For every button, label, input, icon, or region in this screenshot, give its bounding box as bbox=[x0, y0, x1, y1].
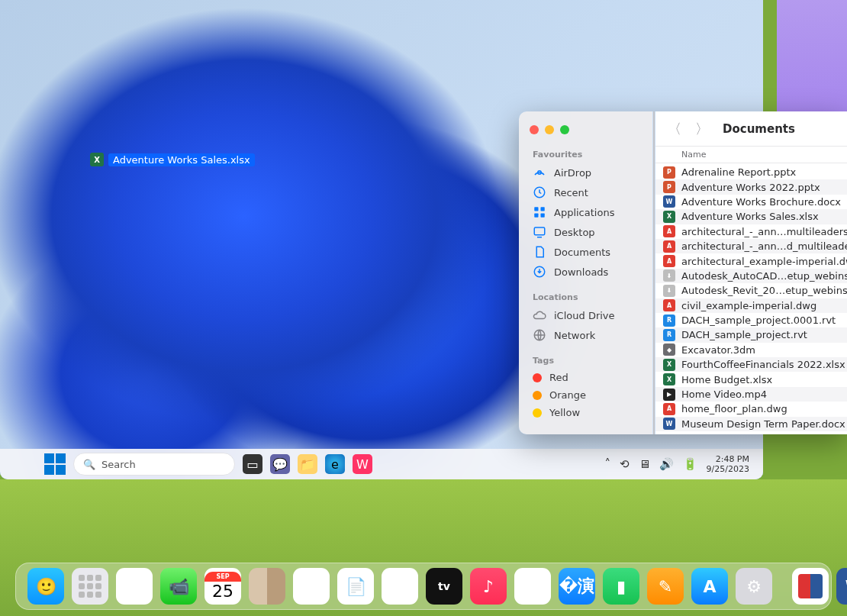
sidebar-tag-yellow[interactable]: Yellow bbox=[519, 404, 652, 421]
sidebar-item-network[interactable]: Network bbox=[519, 325, 652, 345]
sidebar-header-locations: Locations bbox=[519, 288, 652, 305]
file-name: Adventure Works Sales.xlsx bbox=[681, 211, 819, 222]
file-row[interactable]: Aarchitectural_-_ann…multileaders (1 bbox=[655, 224, 847, 239]
dock-app-reminders[interactable]: ☰ bbox=[293, 568, 330, 605]
desktop-file-label: Adventure Works Sales.xlsx bbox=[108, 153, 255, 166]
file-name: Excavator.3dm bbox=[681, 344, 755, 356]
dock-app-pages[interactable]: ✎ bbox=[647, 568, 684, 605]
sidebar-tag-orange[interactable]: Orange bbox=[519, 386, 652, 404]
settings-icon: ⚙ bbox=[746, 577, 762, 596]
file-name: civil_example-imperial.dwg bbox=[681, 300, 816, 311]
freeform-icon: 〰 bbox=[391, 577, 408, 596]
file-explorer-icon[interactable]: 📁 bbox=[298, 454, 317, 474]
sidebar-item-airdrop[interactable]: AirDrop bbox=[519, 163, 652, 182]
file-row[interactable]: WMuseum Design Term Paper.docx bbox=[655, 417, 847, 431]
file-type-icon: ⬇ bbox=[663, 269, 675, 282]
desktop-file-adventure-works-sales[interactable]: X Adventure Works Sales.xlsx bbox=[90, 153, 255, 166]
sidebar-item-downloads[interactable]: Downloads bbox=[519, 262, 652, 282]
file-type-icon: X bbox=[663, 211, 675, 223]
dock-app-finder[interactable]: 🙂 bbox=[27, 568, 64, 605]
file-row[interactable]: ◆Excavator.3dm bbox=[655, 343, 847, 357]
tray-display-icon[interactable]: 🖥 bbox=[639, 457, 650, 471]
dock-app-parallels[interactable] bbox=[792, 568, 829, 605]
dock-app-notes[interactable]: 📄 bbox=[337, 568, 374, 605]
dock-app-launchpad[interactable] bbox=[72, 568, 108, 605]
nav-back-icon[interactable]: 〈 bbox=[668, 120, 681, 138]
wps-icon[interactable]: W bbox=[353, 454, 372, 474]
tray-battery-icon[interactable]: 🔋 bbox=[683, 457, 697, 471]
file-type-icon: A bbox=[663, 403, 675, 415]
dock-app-appstore[interactable]: A bbox=[691, 568, 728, 605]
dock-app-calendar[interactable]: SEP25 bbox=[205, 568, 241, 605]
close-button[interactable] bbox=[530, 125, 539, 134]
zoom-button[interactable] bbox=[560, 125, 569, 134]
sidebar-item-apps[interactable]: Applications bbox=[519, 202, 652, 222]
finder-title: Documents bbox=[723, 122, 795, 136]
tray-sync-icon[interactable]: ⟲ bbox=[620, 457, 630, 471]
file-row[interactable]: RDACH_sample_project.rvt bbox=[655, 327, 847, 342]
dock-app-keynote[interactable]: �演 bbox=[559, 568, 595, 605]
file-list: PAdrenaline Report.pptxPAdventure Works … bbox=[655, 163, 847, 434]
file-row[interactable]: ▶Home Video.mp4 bbox=[655, 387, 847, 402]
dock-app-photos[interactable]: ✿ bbox=[116, 568, 153, 605]
photos-icon: ✿ bbox=[127, 577, 141, 596]
file-row[interactable]: Ahome_floor_plan.dwg bbox=[655, 402, 847, 416]
windows-taskbar: 🔍 Search ▭ 💬 📁 e W ˄ ⟲ 🖥 🔊 🔋 2:48 PM 9/2… bbox=[0, 449, 763, 479]
sidebar-item-label: Red bbox=[549, 372, 568, 383]
file-row[interactable]: PAdrenaline Report.pptx bbox=[655, 165, 847, 179]
sidebar-item-desktop[interactable]: Desktop bbox=[519, 222, 652, 242]
appstore-icon: A bbox=[703, 577, 716, 596]
file-type-icon: R bbox=[663, 314, 675, 327]
file-row[interactable]: Aarchitectural_-_ann…d_multileaders bbox=[655, 239, 847, 253]
finder-window[interactable]: Favourites AirDropRecentApplicationsDesk… bbox=[519, 111, 847, 434]
dock-app-facetime[interactable]: 📹 bbox=[160, 568, 197, 605]
file-row[interactable]: Aarchitectural_example-imperial.dwg bbox=[655, 253, 847, 268]
file-row[interactable]: XHome Budget.xlsx bbox=[655, 372, 847, 386]
dock-app-numbers[interactable]: ▮ bbox=[603, 568, 639, 605]
file-row[interactable]: ⬇Autodesk_Revit_20…etup_webinsta bbox=[655, 283, 847, 298]
minimize-button[interactable] bbox=[545, 125, 554, 134]
file-row[interactable]: Acivil_example-imperial.dwg bbox=[655, 298, 847, 313]
taskbar-search[interactable]: 🔍 Search bbox=[73, 453, 235, 476]
tray-chevron-icon[interactable]: ˄ bbox=[605, 457, 611, 471]
edge-icon[interactable]: e bbox=[325, 454, 345, 474]
dock-app-contacts[interactable] bbox=[249, 568, 285, 605]
file-name: architectural_-_ann…d_multileaders bbox=[681, 240, 847, 252]
dock-app-news[interactable]: N bbox=[514, 568, 551, 605]
file-row[interactable]: ⬇Autodesk_AutoCAD…etup_webinsta bbox=[655, 269, 847, 283]
svg-rect-4 bbox=[534, 214, 538, 218]
sidebar-item-label: Orange bbox=[549, 389, 586, 401]
file-row[interactable]: XFourthCoffeeFinancials 2022.xlsx bbox=[655, 357, 847, 372]
file-type-icon: ◆ bbox=[663, 343, 675, 356]
dock-app-settings[interactable]: ⚙ bbox=[736, 568, 772, 605]
sidebar-item-label: AirDrop bbox=[554, 167, 591, 179]
sidebar-item-documents[interactable]: Documents bbox=[519, 242, 652, 262]
search-placeholder: Search bbox=[101, 459, 136, 470]
column-header-name[interactable]: Name bbox=[655, 147, 847, 163]
file-row[interactable]: WAdventure Works Brochure.docx bbox=[655, 195, 847, 209]
sidebar-item-label: Yellow bbox=[549, 407, 580, 418]
window-controls bbox=[519, 119, 652, 145]
dock-app-music[interactable]: ♪ bbox=[470, 568, 507, 605]
dock-app-word[interactable]: W bbox=[836, 568, 847, 605]
tray-volume-icon[interactable]: 🔊 bbox=[659, 457, 674, 471]
file-row[interactable]: RDACH_sample_project.0001.rvt bbox=[655, 313, 847, 327]
sidebar-tag-red[interactable]: Red bbox=[519, 369, 652, 386]
file-name: Adventure Works 2022.pptx bbox=[681, 182, 820, 193]
dock-app-tv[interactable]: tv bbox=[426, 568, 462, 605]
sidebar-item-icloud[interactable]: iCloud Drive bbox=[519, 305, 652, 325]
file-row[interactable]: XAdventure Works Sales.xlsx bbox=[655, 209, 847, 224]
sidebar-item-recent[interactable]: Recent bbox=[519, 182, 652, 202]
task-view-icon[interactable]: ▭ bbox=[243, 454, 262, 474]
file-row[interactable]: PAdventure Works 2022.pptx bbox=[655, 179, 847, 194]
sidebar-item-label: Downloads bbox=[554, 266, 608, 278]
mac-widget-peek bbox=[777, 0, 847, 111]
dock-app-freeform[interactable]: 〰 bbox=[382, 568, 418, 605]
start-button[interactable] bbox=[44, 453, 66, 475]
nav-forward-icon[interactable]: 〉 bbox=[695, 120, 709, 138]
taskbar-clock[interactable]: 2:48 PM 9/25/2023 bbox=[707, 454, 749, 474]
calendar-month: SEP bbox=[205, 572, 241, 582]
teams-icon[interactable]: 💬 bbox=[270, 454, 290, 474]
file-name: Autodesk_Revit_20…etup_webinsta bbox=[681, 285, 847, 296]
appletv-icon: tv bbox=[438, 580, 450, 592]
